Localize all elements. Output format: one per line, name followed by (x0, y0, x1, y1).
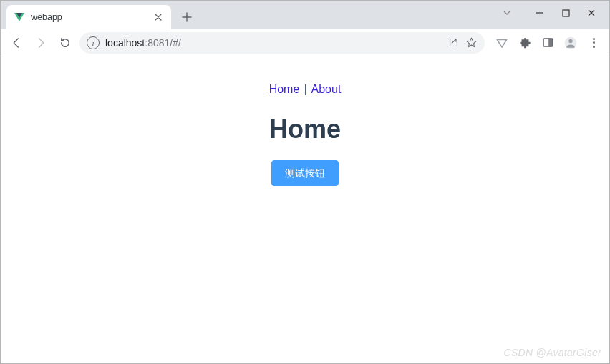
vue-devtools-icon[interactable] (492, 33, 512, 53)
window-close-icon[interactable] (586, 8, 596, 18)
watermark-text: CSDN @AvatarGiser (503, 347, 601, 358)
tab-close-icon[interactable] (152, 11, 164, 23)
nav-link-about[interactable]: About (311, 83, 342, 95)
new-tab-button[interactable] (177, 7, 197, 27)
share-icon[interactable] (447, 36, 460, 49)
nav-forward-button[interactable] (31, 33, 51, 53)
extensions-icon[interactable] (515, 33, 535, 53)
url-path: :8081/#/ (145, 37, 181, 49)
router-nav: Home | About (1, 83, 609, 96)
url-host: localhost (105, 37, 145, 49)
site-info-icon[interactable]: i (87, 36, 100, 49)
address-bar[interactable]: i localhost:8081/#/ (79, 32, 485, 54)
test-button[interactable]: 测试按钮 (271, 160, 339, 186)
profile-avatar-icon[interactable] (561, 33, 581, 53)
window-minimize-icon[interactable] (535, 8, 545, 18)
window-maximize-icon[interactable] (561, 8, 571, 18)
chrome-menu-icon[interactable] (584, 33, 604, 53)
chevron-down-icon[interactable] (502, 8, 512, 18)
tab-title: webapp (31, 12, 147, 22)
bookmark-star-icon[interactable] (465, 36, 478, 49)
nav-back-button[interactable] (6, 33, 26, 53)
browser-toolbar: i localhost:8081/#/ (1, 29, 609, 56)
side-panel-icon[interactable] (538, 33, 558, 53)
nav-reload-button[interactable] (55, 33, 75, 53)
svg-rect-4 (548, 39, 553, 46)
url-text: localhost:8081/#/ (105, 37, 442, 49)
nav-separator: | (303, 83, 309, 95)
page-title: Home (1, 114, 609, 144)
nav-link-home[interactable]: Home (269, 83, 300, 95)
svg-point-6 (568, 39, 572, 42)
svg-rect-2 (563, 10, 569, 16)
window-controls (502, 1, 606, 25)
tab-strip: webapp (1, 1, 197, 29)
browser-tab[interactable]: webapp (6, 5, 171, 29)
titlebar: webapp (1, 1, 609, 29)
page-viewport: Home | About Home 测试按钮 CSDN @AvatarGiser (1, 57, 609, 363)
vue-favicon (14, 11, 25, 23)
toolbar-actions (492, 33, 604, 53)
